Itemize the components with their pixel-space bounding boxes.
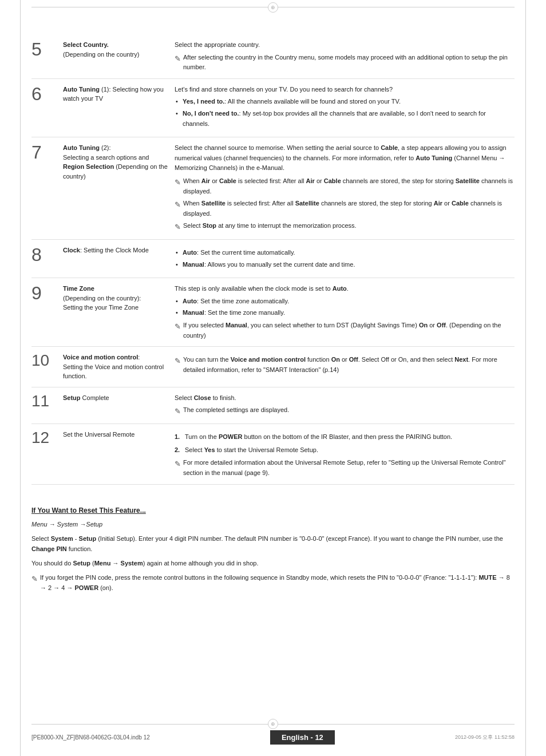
step-desc-11: Select Close to finish. ✎ The completed … [175, 387, 515, 423]
step-5-note-1: ✎ After selecting the country in the Cou… [175, 53, 515, 73]
note-icon: ✎ [175, 177, 181, 189]
step-12-note-1: ✎ For more detailed information about th… [175, 458, 515, 478]
step-num-7: 7 [31, 137, 63, 240]
step-desc-8: Auto: Set the current time automatically… [175, 240, 515, 278]
left-border [20, 0, 21, 756]
footer: [PE8000-XN_ZF]BN68-04062G-03L04.indb 12 … [31, 730, 515, 745]
step-num-6: 6 [31, 78, 63, 137]
note-icon: ✎ [31, 573, 38, 585]
reset-para-1: Select System - Setup (Initial Setup). E… [31, 533, 515, 555]
note-icon: ✎ [175, 53, 181, 65]
bullet-item: Auto: Set the time zone automatically. [175, 296, 515, 307]
step-row-11: 11 Setup Complete Select Close to finish… [31, 387, 515, 423]
step-title-11: Setup Complete [63, 387, 175, 423]
step-title-12: Set the Universal Remote [63, 424, 175, 484]
step-7-note-1: ✎ When Air or Cable is selected first: A… [175, 176, 515, 196]
step-row-12: 12 Set the Universal Remote 1.Turn on th… [31, 424, 515, 484]
step-num-10: 10 [31, 347, 63, 387]
note-icon: ✎ [175, 199, 181, 211]
step-title-7: Auto Tuning (2):Selecting a search optio… [63, 137, 175, 240]
bullet-item: Manual: Set the time zone manually. [175, 308, 515, 318]
note-icon: ✎ [175, 355, 181, 367]
step-9-note-1: ✎ If you selected Manual, you can select… [175, 320, 515, 341]
steps-table: 5 Select Country.(Depending on the count… [31, 34, 515, 485]
note-icon: ✎ [175, 321, 181, 333]
footer-right-text: 2012-09-05 오후 11:52:58 [455, 734, 515, 741]
step-6-bullets: Yes, I need to.: All the channels availa… [175, 97, 515, 129]
step-desc-10: ✎ You can turn the Voice and motion cont… [175, 347, 515, 387]
note-icon: ✎ [175, 458, 181, 470]
bullet-item: Yes, I need to.: All the channels availa… [175, 97, 515, 107]
step-9-bullets: Auto: Set the time zone automatically. M… [175, 296, 515, 318]
right-border [525, 0, 526, 756]
step-8-bullets: Auto: Set the current time automatically… [175, 248, 515, 270]
footer-left-text: [PE8000-XN_ZF]BN68-04062G-03L04.indb 12 [31, 734, 150, 741]
step-desc-12: 1.Turn on the POWER button on the bottom… [175, 424, 515, 484]
step-desc-6: Let's find and store channels on your TV… [175, 78, 515, 137]
step-title-6: Auto Tuning (1): Selecting how you watch… [63, 78, 175, 137]
numbered-item: 1.Turn on the POWER button on the bottom… [175, 432, 515, 442]
step-title-10: Voice and motion control:Setting the Voi… [63, 347, 175, 387]
bullet-item: No, I don't need to.: My set-top box pro… [175, 109, 515, 129]
step-title-9: Time Zone(Depending on the country):Sett… [63, 278, 175, 347]
step-7-note-2: ✎ When Satellite is selected first: Afte… [175, 199, 515, 219]
step-desc-5: Select the appropriate country. ✎ After … [175, 34, 515, 78]
numbered-item: 2.Select Yes to start the Universal Remo… [175, 445, 515, 456]
step-row-8: 8 Clock: Setting the Clock Mode Auto: Se… [31, 240, 515, 278]
step-subtitle-5: (Depending on the country) [63, 51, 139, 58]
step-num-8: 8 [31, 240, 63, 278]
step-num-12: 12 [31, 424, 63, 484]
step-num-5: 5 [31, 34, 63, 78]
step-row-9: 9 Time Zone(Depending on the country):Se… [31, 278, 515, 347]
step-title-5: Select Country.(Depending on the country… [63, 34, 175, 78]
step-row-5: 5 Select Country.(Depending on the count… [31, 34, 515, 78]
step-num-11: 11 [31, 387, 63, 423]
step-desc-7: Select the channel source to memorise. W… [175, 137, 515, 240]
top-circle-icon: ⊕ [268, 2, 278, 13]
bullet-item: Manual: Allows you to manually set the c… [175, 260, 515, 270]
step-10-note-1: ✎ You can turn the Voice and motion cont… [175, 355, 515, 375]
step-7-note-3: ✎ Select Stop at any time to interrupt t… [175, 221, 515, 233]
step-12-numbered: 1.Turn on the POWER button on the bottom… [175, 432, 515, 455]
reset-para-2: You should do Setup (Menu → System) agai… [31, 558, 515, 569]
language-label: English - 12 [270, 730, 335, 745]
reset-menu-path: Menu → System →Setup [31, 519, 515, 530]
note-icon: ✎ [175, 221, 181, 233]
step-desc-9: This step is only available when the clo… [175, 278, 515, 347]
bottom-circle-icon: ⊕ [268, 719, 278, 729]
reset-section: If You Want to Reset This Feature... Men… [31, 499, 515, 594]
step-num-9: 9 [31, 278, 63, 347]
step-row-10: 10 Voice and motion control:Setting the … [31, 347, 515, 387]
page-container: ⊕ 5 Select Country.(Depending on the cou… [0, 0, 546, 756]
note-icon: ✎ [175, 406, 181, 418]
step-11-note-1: ✎ The completed settings are displayed. [175, 405, 515, 418]
step-title-8: Clock: Setting the Clock Mode [63, 240, 175, 278]
bullet-item: Auto: Set the current time automatically… [175, 248, 515, 258]
step-row-6: 6 Auto Tuning (1): Selecting how you wat… [31, 78, 515, 137]
reset-title: If You Want to Reset This Feature... [31, 505, 515, 516]
step-row-7: 7 Auto Tuning (2):Selecting a search opt… [31, 137, 515, 240]
reset-note: ✎ If you forget the PIN code, press the … [31, 572, 515, 593]
